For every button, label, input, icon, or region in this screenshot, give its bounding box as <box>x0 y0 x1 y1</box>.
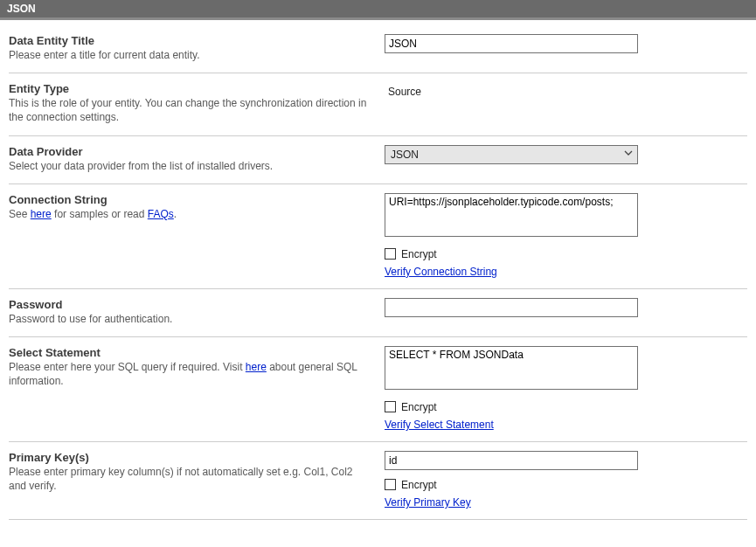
title-label: Data Entity Title <box>9 34 367 47</box>
pk-input[interactable] <box>385 451 638 470</box>
verify-pk-link[interactable]: Verify Primary Key <box>385 496 471 509</box>
password-label: Password <box>9 298 367 311</box>
provider-select[interactable]: JSON <box>385 145 638 164</box>
title-input[interactable] <box>385 34 638 53</box>
provider-label: Data Provider <box>9 145 367 158</box>
entity-type-label: Entity Type <box>9 82 367 95</box>
connection-faqs-link[interactable]: FAQs <box>148 208 174 220</box>
provider-select-value: JSON <box>385 145 638 164</box>
verify-select-link[interactable]: Verify Select Statement <box>385 419 494 431</box>
form: Data Entity Title Please enter a title f… <box>0 20 756 537</box>
titlebar-text: JSON <box>7 3 36 15</box>
pk-encrypt-checkbox[interactable]: Encrypt <box>385 479 695 491</box>
select-here-link[interactable]: here <box>246 361 267 373</box>
row-connection: Connection String See here for samples o… <box>9 184 747 289</box>
row-provider: Data Provider Select your data provider … <box>9 136 747 184</box>
connection-input[interactable] <box>385 193 638 237</box>
title-help: Please enter a title for current data en… <box>9 48 367 62</box>
row-entity-type: Entity Type This is the role of your ent… <box>9 73 747 135</box>
connection-help: See here for samples or read FAQs. <box>9 207 367 221</box>
titlebar: JSON <box>0 0 756 20</box>
row-primary-key: Primary Key(s) Please enter primary key … <box>9 442 747 520</box>
checkbox-icon <box>385 401 396 412</box>
pk-help: Please enter primary key column(s) if no… <box>9 465 367 493</box>
checkbox-icon <box>385 479 396 490</box>
row-password: Password Password to use for authenticat… <box>9 289 747 337</box>
connection-here-link[interactable]: here <box>31 208 52 220</box>
password-help: Password to use for authentication. <box>9 312 367 326</box>
entity-type-value: Source <box>385 82 695 98</box>
row-title: Data Entity Title Please enter a title f… <box>9 29 747 73</box>
select-input[interactable] <box>385 346 638 390</box>
provider-help: Select your data provider from the list … <box>9 159 367 173</box>
select-encrypt-label: Encrypt <box>401 401 437 413</box>
select-help: Please enter here your SQL query if requ… <box>9 360 367 388</box>
connection-encrypt-label: Encrypt <box>401 248 437 260</box>
select-encrypt-checkbox[interactable]: Encrypt <box>385 401 695 413</box>
pk-label: Primary Key(s) <box>9 451 367 464</box>
pk-encrypt-label: Encrypt <box>401 479 437 491</box>
verify-connection-link[interactable]: Verify Connection String <box>385 266 497 278</box>
connection-encrypt-checkbox[interactable]: Encrypt <box>385 248 695 260</box>
row-select: Select Statement Please enter here your … <box>9 337 747 442</box>
entity-type-help: This is the role of your entity. You can… <box>9 96 367 124</box>
select-label: Select Statement <box>9 346 367 359</box>
connection-label: Connection String <box>9 193 367 206</box>
checkbox-icon <box>385 248 396 260</box>
password-input[interactable] <box>385 298 638 317</box>
